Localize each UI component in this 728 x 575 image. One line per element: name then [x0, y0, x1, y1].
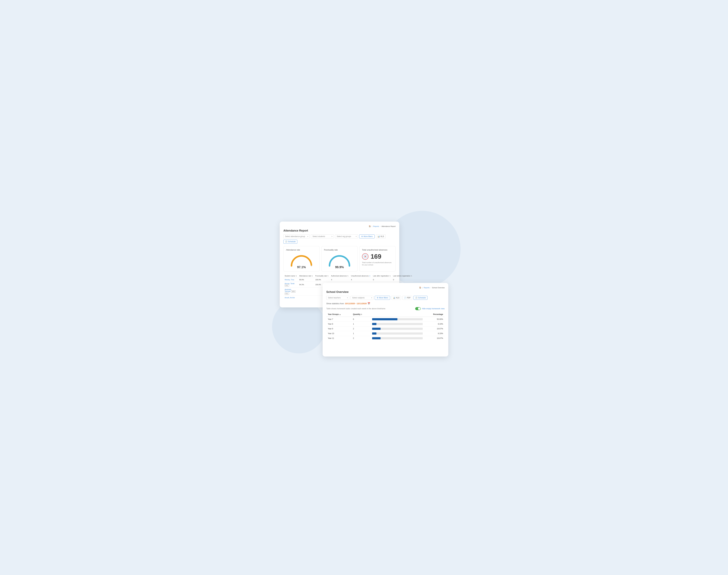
- toggle-knob: [418, 307, 421, 310]
- bar-track: [372, 332, 423, 335]
- quantity-cell: 6: [352, 317, 371, 322]
- col-quantity[interactable]: Quantity ⇅: [352, 312, 371, 317]
- col-punctuality-rate[interactable]: Punctuality rate ⇅: [314, 274, 330, 278]
- reports-link[interactable]: Reports: [373, 226, 379, 227]
- bar-cell: [371, 317, 424, 322]
- overview-table: Year Groups ▲ Quantity ⇅ Percentage Year…: [326, 312, 445, 341]
- school-breadcrumb-current: School Overview: [432, 287, 445, 289]
- date-range-label: Show statistics from: [326, 302, 344, 305]
- col-auth-absences[interactable]: Authorised absences ⇅: [330, 274, 350, 278]
- attendance-rate-cell: [298, 288, 314, 296]
- quantity-cell: 2: [352, 336, 371, 341]
- teachers-wrapper: Select teachers: [326, 296, 349, 300]
- col-late-before[interactable]: Late before registration ⇅: [392, 274, 413, 278]
- year-group-cell: Year 9: [326, 327, 352, 331]
- bar-track: [372, 328, 423, 330]
- unauth-cell: 4: [350, 278, 372, 282]
- school-schedule-button[interactable]: 🕐 Schedule: [413, 296, 428, 300]
- table-row: Year 10 1 8.33%: [326, 331, 445, 336]
- student-tag: SEN: [291, 291, 296, 293]
- date-range-link[interactable]: 10/11/2020 - 12/11/2020: [345, 302, 367, 305]
- attendance-rate-cell: 90.9%: [298, 278, 314, 282]
- filter-icon: ⚙: [361, 235, 363, 238]
- total-absences-card: Total unauthorised absences ✕ 169 Total …: [359, 246, 396, 272]
- year-group-cell: Year 10: [326, 331, 352, 336]
- students-select[interactable]: Select students: [311, 234, 334, 238]
- late-before-cell: 0: [392, 278, 413, 282]
- absences-number: 169: [371, 253, 381, 260]
- year-group-cell: Year 8: [326, 322, 352, 327]
- reports-link-2[interactable]: Reports: [424, 287, 430, 289]
- school-filters: Select teachers Select subjects ⚙ More f…: [326, 296, 445, 300]
- scene: 🏠 | Reports › Attendance Report Attendan…: [280, 218, 448, 357]
- bar-track: [372, 318, 423, 320]
- attendance-breadcrumb: 🏠 | Reports › Attendance Report: [283, 225, 396, 227]
- calendar-icon[interactable]: 📅: [367, 302, 370, 305]
- attendance-gauge: 97.1%: [286, 253, 317, 269]
- bar-fill: [372, 323, 376, 325]
- school-xls-icon: 📊: [393, 297, 395, 299]
- attendance-rate-title: Attendance rate: [286, 249, 317, 251]
- home-icon-2: 🏠: [419, 286, 421, 289]
- student-tag: EAL: [285, 293, 289, 295]
- col-unauth-absences[interactable]: Unauthorised absences ▼: [350, 274, 372, 278]
- bar-fill: [372, 318, 397, 320]
- hide-empty-toggle[interactable]: [415, 307, 421, 310]
- table-desc-row: Table shows homework tasks created each …: [326, 307, 445, 310]
- absences-description: Total number of unauthorised absences fo…: [362, 262, 393, 266]
- bar-track: [372, 337, 423, 339]
- year-group-cell: Year 11: [326, 336, 352, 341]
- quantity-cell: 2: [352, 327, 371, 331]
- schedule-icon: 🕐: [285, 241, 287, 243]
- school-pdf-button[interactable]: 📄 PDF: [402, 296, 412, 300]
- punctuality-rate-title: Punctuality rate: [324, 249, 355, 251]
- percentage-cell: 8.33%: [424, 322, 445, 327]
- stat-cards-row: Attendance rate 97.1% Punctuality rate: [283, 246, 396, 272]
- attendance-group-select[interactable]: Select attendance group: [283, 234, 310, 238]
- bar-cell: [371, 322, 424, 327]
- school-schedule-icon: 🕐: [415, 297, 417, 299]
- attendance-rate-card: Attendance rate 97.1%: [283, 246, 320, 272]
- col-attendance-rate[interactable]: Attendance rate ⇅: [298, 274, 314, 278]
- table-row: Year 9 2 16.67%: [326, 327, 445, 331]
- col-bar: [371, 312, 424, 317]
- student-link[interactable]: Amnar, Tarak: [285, 282, 295, 284]
- breadcrumb-current: Attendance Report: [381, 226, 396, 227]
- col-year-groups[interactable]: Year Groups ▲: [326, 312, 352, 317]
- xls-button[interactable]: 📊 XLS: [376, 234, 386, 238]
- more-filters-button[interactable]: ⚙ More filters: [359, 234, 374, 238]
- reg-groups-select[interactable]: Select reg groups: [335, 234, 358, 238]
- school-pdf-icon: 📄: [404, 297, 406, 299]
- school-overview-card: 🏠 | Reports › School Overview School Ove…: [323, 283, 448, 357]
- reg-groups-wrapper: Select reg groups: [335, 234, 358, 238]
- attendance-group-wrapper: Select attendance group: [283, 234, 310, 238]
- schedule-button[interactable]: 🕐 Schedule: [283, 240, 297, 244]
- bg-blob-2: [272, 300, 326, 353]
- absences-icon: ✕: [362, 253, 368, 260]
- col-late-after[interactable]: Late after registration ⇅: [372, 274, 392, 278]
- subjects-wrapper: Select subjects: [351, 296, 373, 300]
- bar-cell: [371, 336, 424, 341]
- student-name-cell: Amnar, Tarak EAL: [283, 282, 298, 288]
- teachers-select[interactable]: Select teachers: [326, 296, 349, 300]
- attendance-rate-value: 97.1%: [297, 265, 306, 269]
- quantity-cell: 1: [352, 322, 371, 327]
- bar-fill: [372, 337, 380, 339]
- school-more-filters-button[interactable]: ⚙ More filters: [375, 296, 390, 300]
- attendance-filters: Select attendance group Select students …: [283, 234, 396, 244]
- percentage-cell: 8.33%: [424, 331, 445, 336]
- filter-icon-2: ⚙: [377, 297, 378, 299]
- subjects-select[interactable]: Select subjects: [351, 296, 373, 300]
- percentage-cell: 50.00%: [424, 317, 445, 322]
- students-wrapper: Select students: [311, 234, 334, 238]
- punctuality-rate-cell: 100.0%: [314, 278, 330, 282]
- student-link[interactable]: Wesley, Tina: [285, 279, 294, 281]
- student-link[interactable]: Abdullah, Tamwar: [285, 289, 292, 292]
- date-range-row: Show statistics from 10/11/2020 - 12/11/…: [326, 302, 445, 305]
- table-row: Year 8 1 8.33%: [326, 322, 445, 327]
- school-xls-button[interactable]: 📊 XLS: [391, 296, 401, 300]
- punctuality-rate-value: 99.9%: [335, 265, 344, 269]
- student-name-cell: Abdullah, Tamwar SENEAL: [283, 288, 298, 296]
- student-link[interactable]: Ansell, Archie: [285, 297, 295, 299]
- col-student-name[interactable]: Student name ⇅: [283, 274, 298, 278]
